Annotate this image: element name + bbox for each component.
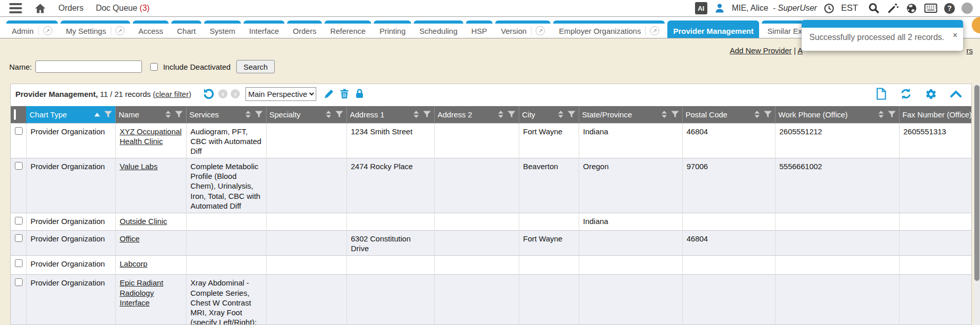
tab-employer-organizations[interactable]: Employer Organizations↗ bbox=[553, 21, 665, 38]
clock-icon[interactable] bbox=[824, 3, 834, 14]
success-toast: Successfully processed all 2 records. × bbox=[802, 20, 963, 51]
row-checkbox[interactable] bbox=[15, 217, 23, 225]
ai-badge[interactable]: AI bbox=[695, 2, 707, 14]
provider-name-link[interactable]: Outside Clinic bbox=[120, 217, 168, 226]
cell-services bbox=[186, 256, 266, 275]
provider-name-link[interactable]: Office bbox=[120, 234, 140, 243]
column-header-work-phone[interactable]: Work Phone (Office) bbox=[775, 106, 899, 123]
wand-icon[interactable] bbox=[887, 2, 899, 14]
row-checkbox[interactable] bbox=[15, 162, 23, 170]
settings-gear-icon[interactable] bbox=[925, 88, 937, 100]
tab-chart[interactable]: Chart bbox=[171, 21, 201, 38]
tab-scheduling[interactable]: Scheduling bbox=[414, 21, 463, 38]
select-all-header[interactable] bbox=[11, 106, 26, 123]
column-header-city[interactable]: City bbox=[519, 106, 579, 123]
name-input[interactable] bbox=[35, 60, 142, 73]
filter-funnel-icon[interactable] bbox=[104, 111, 112, 118]
filter-funnel-icon[interactable] bbox=[507, 111, 516, 118]
partially-hidden-link-end[interactable]: rs bbox=[967, 46, 973, 55]
filter-funnel-icon[interactable] bbox=[888, 111, 896, 118]
tab-reference[interactable]: Reference bbox=[324, 21, 371, 38]
provider-name-link[interactable]: Value Labs bbox=[120, 162, 158, 171]
refresh-icon[interactable] bbox=[900, 88, 912, 100]
filter-funnel-icon[interactable] bbox=[335, 111, 343, 118]
cell-name: Epic Radiant Radiology Interface bbox=[115, 275, 186, 325]
collapse-panel-icon[interactable] bbox=[950, 89, 962, 98]
select-all-checkbox[interactable] bbox=[14, 109, 16, 120]
tab-access[interactable]: Access bbox=[133, 21, 169, 38]
scrollbar-thumb[interactable] bbox=[974, 85, 979, 281]
perspective-select[interactable]: Main Perspective bbox=[246, 87, 316, 101]
include-deactivated-checkbox[interactable] bbox=[150, 63, 158, 71]
avatar[interactable] bbox=[962, 3, 973, 14]
provider-name-link[interactable]: XYZ Occupational Health Clinic bbox=[120, 127, 182, 146]
lock-perspective-icon[interactable] bbox=[354, 88, 365, 99]
sort-icon bbox=[661, 111, 667, 118]
column-header-chart-type[interactable]: Chart Type bbox=[26, 106, 115, 123]
vertical-scrollbar[interactable] bbox=[974, 84, 980, 325]
external-link-icon[interactable]: ↗ bbox=[43, 26, 52, 35]
table-row: Provider Organization Value Labs Complet… bbox=[11, 158, 972, 213]
filter-funnel-icon[interactable] bbox=[255, 111, 263, 118]
menu-item-doc-queue[interactable]: Doc Queue (3) bbox=[96, 4, 150, 13]
provider-name-link[interactable]: Epic Radiant Radiology Interface bbox=[120, 278, 164, 307]
external-link-icon[interactable]: ↗ bbox=[115, 26, 125, 35]
doc-queue-count-badge: (3) bbox=[139, 4, 150, 12]
filter-funnel-icon[interactable] bbox=[671, 111, 679, 118]
tab-hsp[interactable]: HSP bbox=[466, 21, 493, 38]
keyboard-icon[interactable] bbox=[924, 3, 937, 14]
cell-city bbox=[519, 256, 579, 275]
column-header-fax-number[interactable]: Fax Number (Office) bbox=[899, 106, 972, 123]
tab-printing[interactable]: Printing bbox=[374, 21, 411, 38]
tab-my-settings[interactable]: My Settings↗ bbox=[60, 21, 130, 38]
cell-address2 bbox=[434, 231, 519, 256]
home-icon[interactable] bbox=[34, 3, 46, 14]
column-header-address2[interactable]: Address 2 bbox=[434, 106, 519, 123]
provider-name-link[interactable]: Labcorp bbox=[120, 259, 148, 268]
external-link-icon[interactable]: ↗ bbox=[536, 26, 545, 35]
search-icon[interactable] bbox=[868, 2, 880, 14]
row-checkbox[interactable] bbox=[15, 127, 23, 135]
delete-perspective-icon[interactable] bbox=[339, 88, 350, 99]
prev-page-icon[interactable]: ‹ bbox=[218, 89, 228, 98]
undo-icon[interactable] bbox=[202, 88, 215, 100]
column-header-state[interactable]: State/Province bbox=[579, 106, 682, 123]
cell-name: Labcorp bbox=[115, 256, 186, 275]
cell-name: Outside Clinic bbox=[115, 213, 186, 231]
filter-funnel-icon[interactable] bbox=[423, 111, 431, 118]
row-checkbox[interactable] bbox=[15, 234, 23, 242]
add-new-provider-link[interactable]: Add New Provider bbox=[730, 46, 792, 55]
menu-item-orders[interactable]: Orders bbox=[58, 4, 84, 13]
column-header-postal-code[interactable]: Postal Code bbox=[682, 106, 775, 123]
cell-fax bbox=[899, 213, 972, 231]
tab-admin[interactable]: Admin↗ bbox=[6, 21, 58, 38]
close-icon[interactable]: × bbox=[953, 31, 957, 39]
search-button[interactable]: Search bbox=[236, 60, 275, 73]
row-checkbox[interactable] bbox=[15, 259, 23, 267]
tab-version[interactable]: Version↗ bbox=[495, 21, 550, 38]
next-page-icon[interactable]: › bbox=[231, 89, 240, 98]
help-icon[interactable]: ? bbox=[944, 3, 955, 14]
tab-system[interactable]: System bbox=[204, 21, 241, 38]
tab-provider-management[interactable]: Provider Management bbox=[667, 21, 759, 38]
filter-funnel-icon[interactable] bbox=[764, 111, 772, 118]
external-link-icon[interactable]: ↗ bbox=[650, 26, 659, 35]
clear-filter-link[interactable]: (clear filter) bbox=[153, 90, 191, 98]
column-header-services[interactable]: Services bbox=[186, 106, 266, 123]
user-icon[interactable] bbox=[714, 3, 725, 14]
tab-orders[interactable]: Orders bbox=[287, 21, 322, 38]
cell-services: Xray Abdominal - Complete Series, Chest … bbox=[186, 275, 266, 325]
column-header-name[interactable]: Name bbox=[115, 106, 186, 123]
column-header-address1[interactable]: Address 1 bbox=[346, 106, 434, 123]
tab-interface[interactable]: Interface bbox=[243, 21, 284, 38]
globe-icon[interactable] bbox=[906, 3, 917, 14]
cell-name: XYZ Occupational Health Clinic bbox=[115, 123, 186, 158]
filter-funnel-icon[interactable] bbox=[175, 111, 183, 118]
cell-chart-type: Provider Organization bbox=[26, 275, 115, 325]
filter-funnel-icon[interactable] bbox=[567, 111, 576, 118]
edit-perspective-icon[interactable] bbox=[323, 88, 335, 99]
new-document-icon[interactable] bbox=[876, 88, 887, 100]
column-header-specialty[interactable]: Specialty bbox=[266, 106, 346, 123]
row-checkbox[interactable] bbox=[15, 278, 23, 286]
hamburger-menu-icon[interactable] bbox=[9, 3, 22, 13]
